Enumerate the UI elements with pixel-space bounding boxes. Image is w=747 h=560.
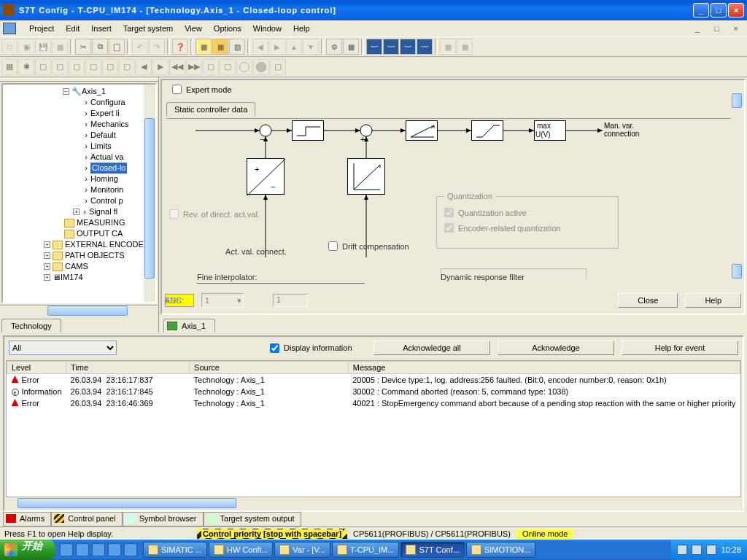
help-event-button[interactable]: Help for event	[622, 341, 738, 355]
task-button[interactable]: SIMOTION...	[466, 542, 536, 558]
ctrl-btn-1[interactable]: ▦	[1, 59, 18, 75]
message-grid[interactable]: Level Time Source Message Error26.03.94 …	[6, 360, 741, 497]
start-button[interactable]: 开始	[0, 540, 55, 560]
msg-row[interactable]: eInformation26.03.94 23:16:17:845Technol…	[7, 386, 740, 397]
ctrl-btn-7[interactable]: ▢	[102, 59, 118, 75]
mdi-restore-button[interactable]: □	[708, 23, 725, 34]
task-button-active[interactable]: S7T Conf...	[400, 542, 464, 558]
tool-open-icon[interactable]: ▣	[18, 39, 34, 55]
tool-saveall-icon[interactable]: ▦	[52, 39, 68, 55]
editor-tab-axis[interactable]: Axis_1	[163, 319, 215, 332]
ctrl-btn-4[interactable]: ▢	[52, 59, 68, 75]
quicklaunch-icon[interactable]	[60, 543, 73, 556]
tab-target-output[interactable]: Target system output	[204, 512, 301, 526]
menu-insert[interactable]: Insert	[85, 23, 117, 34]
editor-vscroll[interactable]	[731, 83, 743, 289]
ctrl-btn-6[interactable]: ▢	[85, 59, 101, 75]
tray-icon[interactable]	[692, 545, 702, 555]
tree-item[interactable]: Configura	[90, 97, 125, 108]
tree-item[interactable]: Homing	[90, 174, 118, 184]
ctrl-btn-17[interactable]: ▢	[270, 59, 286, 75]
tree-axis[interactable]: Axis_1	[82, 86, 106, 97]
msg-hscroll[interactable]	[6, 497, 741, 509]
tool-scope2-icon[interactable]: 〰	[383, 39, 399, 55]
tab-symbol-browser[interactable]: Symbol browser	[123, 512, 204, 526]
block-drift[interactable]	[347, 158, 385, 195]
ack-button[interactable]: Acknowledge	[498, 341, 614, 355]
ctrl-btn-16[interactable]	[253, 59, 269, 75]
tree-item-selected[interactable]: Closed-lo	[90, 163, 127, 174]
tree-item[interactable]: Mechanics	[90, 119, 129, 130]
menu-options[interactable]: Options	[208, 23, 247, 34]
task-button[interactable]: Var - [V...	[274, 542, 330, 558]
menu-edit[interactable]: Edit	[60, 23, 85, 34]
tree-folder[interactable]: Signal fl	[89, 206, 117, 217]
menu-window[interactable]: Window	[247, 23, 287, 34]
tree-vscroll[interactable]	[144, 85, 155, 302]
msg-row[interactable]: Error26.03.94 23:16:46:369Technology : A…	[7, 397, 740, 409]
task-button[interactable]: HW Confi...	[209, 542, 273, 558]
tool-down-icon[interactable]: ▼	[303, 39, 319, 55]
tree-tab-technology[interactable]: Technology	[1, 319, 61, 332]
tool-target-icon[interactable]: ⚙	[326, 39, 342, 55]
task-button[interactable]: T-CPU_IM...	[332, 542, 400, 558]
tree-item[interactable]: Monitorin	[90, 184, 123, 195]
menu-project[interactable]: Project	[23, 23, 60, 34]
tab-alarms[interactable]: Alarms	[3, 512, 51, 526]
ctrl-btn-2[interactable]: ✱	[18, 59, 34, 75]
menu-help[interactable]: Help	[287, 23, 316, 34]
ctrl-btn-10[interactable]: ▶	[152, 59, 169, 75]
ack-all-button[interactable]: Acknowledge all	[374, 341, 490, 355]
tool-help-icon[interactable]: ❓	[172, 39, 188, 55]
tray-icon[interactable]	[706, 545, 716, 555]
ctrl-btn-3[interactable]: ▢	[35, 59, 51, 75]
tree-folder[interactable]: MEASURING	[77, 217, 125, 228]
tool-scope4-icon[interactable]: 〰	[417, 39, 433, 55]
tool-up-icon[interactable]: ▲	[286, 39, 302, 55]
tree-item[interactable]: Default	[90, 130, 116, 141]
drift-comp-checkbox[interactable]: Drift compensation	[328, 241, 409, 251]
msg-filter-select[interactable]: All	[9, 341, 117, 355]
tool-grid-icon[interactable]: ▦	[440, 39, 456, 55]
tool-highlight-icon[interactable]: ▦	[196, 39, 212, 55]
tool-module-icon[interactable]: ▧	[229, 39, 245, 55]
tree-item[interactable]: Limits	[90, 141, 112, 152]
ctrl-btn-8[interactable]: ▢	[119, 59, 135, 75]
tool-scope3-icon[interactable]: 〰	[400, 39, 416, 55]
close-button[interactable]: ×	[728, 3, 744, 18]
tool-save-icon[interactable]: 💾	[35, 39, 51, 55]
mdi-close-button[interactable]: ×	[728, 23, 744, 34]
tool-right-icon[interactable]: ▶	[269, 39, 285, 55]
ctrl-btn-11[interactable]: ◀◀	[169, 59, 185, 75]
system-tray[interactable]: 10:28	[671, 540, 747, 560]
tab-control-panel[interactable]: Control panel	[51, 512, 122, 526]
tool-cut-icon[interactable]: ✂	[75, 39, 91, 55]
tree-folder[interactable]: OUTPUT CA	[77, 228, 123, 239]
tool-redo-icon[interactable]: ↷	[149, 39, 165, 55]
tool-undo-icon[interactable]: ↶	[132, 39, 148, 55]
tree-item[interactable]: Control p	[90, 195, 123, 206]
tool-copy-icon[interactable]: ⧉	[92, 39, 108, 55]
ctrl-btn-14[interactable]: ▢	[220, 59, 236, 75]
close-button-editor[interactable]: Close	[618, 293, 678, 308]
tray-icon[interactable]	[677, 545, 687, 555]
maximize-button[interactable]: □	[711, 3, 727, 18]
tool-new-icon[interactable]: □	[1, 39, 18, 55]
ctrl-btn-15[interactable]	[236, 59, 252, 75]
tree-hscroll[interactable]	[0, 305, 158, 316]
minimize-button[interactable]: _	[693, 3, 709, 18]
quicklaunch-icon[interactable]	[124, 543, 137, 556]
menu-view[interactable]: View	[179, 23, 208, 34]
msg-row[interactable]: Error26.03.94 23:16:17:837Technology : A…	[7, 374, 740, 386]
tab-static-controller[interactable]: Static controller data	[166, 102, 255, 116]
menu-target[interactable]: Target system	[117, 23, 179, 34]
tool-grid2-icon[interactable]: ▦	[457, 39, 473, 55]
tool-left-icon[interactable]: ◀	[252, 39, 268, 55]
quicklaunch-icon[interactable]	[92, 543, 105, 556]
tree-ext[interactable]: PATH OBJECTS	[65, 250, 125, 261]
expert-mode-checkbox[interactable]: Expert mode	[172, 85, 231, 94]
quicklaunch-icon[interactable]	[76, 543, 89, 556]
ctrl-btn-12[interactable]: ▶▶	[186, 59, 202, 75]
task-button[interactable]: SIMATIC ...	[143, 542, 207, 558]
tray-clock[interactable]: 10:28	[721, 545, 741, 554]
